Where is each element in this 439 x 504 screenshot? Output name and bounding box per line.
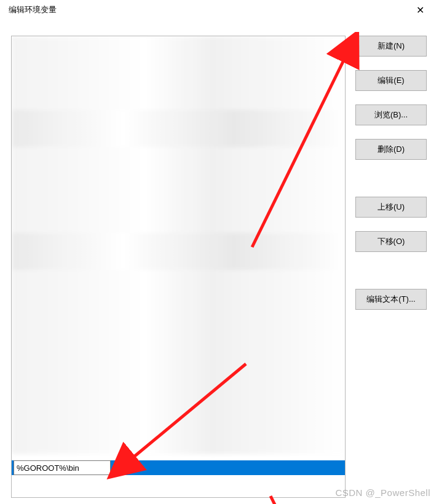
- delete-button[interactable]: 删除(D): [355, 139, 427, 160]
- side-button-panel: 新建(N) 编辑(E) 浏览(B)... 删除(D) 上移(U) 下移(O) 编…: [355, 36, 427, 498]
- dialog-content: 新建(N) 编辑(E) 浏览(B)... 删除(D) 上移(U) 下移(O) 编…: [0, 20, 439, 504]
- new-button[interactable]: 新建(N): [355, 36, 427, 57]
- blurred-content: [12, 36, 345, 454]
- titlebar: 编辑环境变量 ✕: [0, 0, 439, 20]
- edit-env-var-dialog: 编辑环境变量 ✕ 新建(N) 编辑(E) 浏览(B)... 删除(D) 上移(U…: [0, 0, 439, 504]
- dialog-title: 编辑环境变量: [9, 4, 57, 15]
- move-up-button[interactable]: 上移(U): [355, 197, 427, 218]
- edit-button[interactable]: 编辑(E): [355, 70, 427, 91]
- path-entry-input[interactable]: [14, 460, 111, 475]
- path-listbox[interactable]: [11, 36, 346, 498]
- close-button[interactable]: ✕: [406, 1, 434, 19]
- move-down-button[interactable]: 下移(O): [355, 231, 427, 252]
- close-icon: ✕: [416, 4, 424, 16]
- edit-text-button[interactable]: 编辑文本(T)...: [355, 289, 427, 310]
- browse-button[interactable]: 浏览(B)...: [355, 104, 427, 125]
- watermark: CSDN @_PowerShell: [335, 487, 430, 498]
